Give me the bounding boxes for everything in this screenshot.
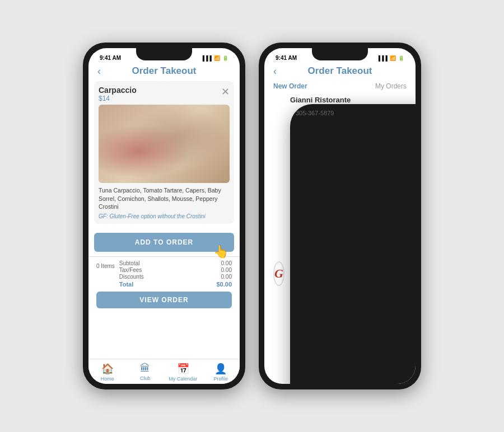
left-header-title: Order Takeout	[132, 65, 197, 77]
left-total-label: Total	[119, 281, 133, 288]
restaurant-name: Gianni Ristorante	[290, 96, 416, 104]
left-header: ‹ Order Takeout	[88, 63, 240, 81]
left-phone: 9:41 AM ▐▐▐ 📶 🔋 ‹ Order Takeout Carpacci…	[83, 43, 245, 389]
restaurant-phone: 305-367-5879	[290, 104, 416, 384]
left-discounts-value: 0.00	[221, 274, 232, 280]
left-tax-value: 0.00	[221, 267, 232, 273]
left-subtotal-value: 0.00	[221, 260, 232, 266]
left-nav-home-label: Home	[101, 376, 114, 382]
restaurant-header: G Gianni Ristorante 305-367-5879	[264, 93, 416, 384]
left-total-value: $0.00	[216, 281, 232, 288]
right-status-icons: ▐▐▐ 📶 🔋	[377, 55, 404, 61]
right-wifi-icon: 📶	[390, 55, 396, 61]
right-status-bar: 9:41 AM ▐▐▐ 📶 🔋	[264, 48, 416, 63]
phones-container: 9:41 AM ▐▐▐ 📶 🔋 ‹ Order Takeout Carpacci…	[83, 43, 421, 389]
left-items-count-wrap: 0 Items	[96, 260, 115, 288]
close-button[interactable]: ✕	[221, 86, 230, 98]
right-header: ‹ Order Takeout	[264, 63, 416, 81]
profile-icon: 👤	[214, 363, 227, 375]
item-detail-container: Carpaccio $14 ✕ Tuna Carpaccio, Tomato T…	[88, 81, 240, 359]
home-icon: 🏠	[101, 363, 114, 375]
right-signal-icon: ▐▐▐	[377, 55, 388, 61]
left-order-footer: 0 Items Subtotal 0.00 Tax/Fees 0.00	[88, 256, 240, 312]
left-discounts-row: Discounts 0.00	[119, 274, 232, 280]
right-time: 9:41 AM	[276, 55, 297, 61]
tab-my-orders[interactable]: My Orders	[375, 82, 407, 90]
item-name: Carpaccio	[99, 86, 230, 95]
left-total-row: Total $0.00	[119, 281, 232, 288]
left-time: 9:41 AM	[100, 55, 121, 61]
signal-icon: ▐▐▐	[201, 55, 212, 61]
item-price: $14	[99, 95, 230, 102]
battery-icon: 🔋	[222, 55, 228, 61]
left-nav-club-label: Club	[140, 375, 151, 381]
tab-new-order[interactable]: New Order	[273, 82, 307, 90]
left-nav-home[interactable]: 🏠 Home	[88, 363, 127, 382]
right-screen: 9:41 AM ▐▐▐ 📶 🔋 ‹ Order Takeout New Orde…	[264, 48, 416, 384]
left-nav-calendar[interactable]: 📅 My Calendar	[164, 363, 202, 382]
left-bottom-nav: 🏠 Home 🏛 Club 📅 My Calendar 👤 Profile	[88, 359, 240, 384]
right-back-button[interactable]: ‹	[273, 65, 277, 77]
cursor-icon: 👆	[213, 245, 228, 259]
left-tax-label: Tax/Fees	[119, 267, 142, 273]
left-screen: 9:41 AM ▐▐▐ 📶 🔋 ‹ Order Takeout Carpacci…	[88, 48, 240, 384]
left-items-count: 0 Items	[96, 262, 115, 269]
left-tax-row: Tax/Fees 0.00	[119, 267, 232, 273]
right-header-title: Order Takeout	[308, 65, 372, 77]
right-battery-icon: 🔋	[398, 55, 404, 61]
add-btn-container: ADD TO ORDER 👆	[88, 224, 240, 256]
item-description: Tuna Carpaccio, Tomato Tartare, Capers, …	[99, 183, 230, 212]
restaurant-logo: G	[273, 261, 284, 286]
club-icon: 🏛	[140, 363, 150, 374]
right-phone: 9:41 AM ▐▐▐ 📶 🔋 ‹ Order Takeout New Orde…	[259, 43, 421, 389]
left-nav-profile-label: Profile	[213, 376, 228, 382]
left-back-button[interactable]: ‹	[97, 65, 101, 77]
calendar-icon: 📅	[177, 363, 189, 375]
left-nav-calendar-label: My Calendar	[169, 376, 197, 382]
left-status-bar: 9:41 AM ▐▐▐ 📶 🔋	[88, 48, 240, 63]
wifi-icon: 📶	[214, 55, 220, 61]
left-discounts-label: Discounts	[119, 274, 144, 280]
item-image-inner	[99, 105, 230, 183]
left-view-order-button[interactable]: VIEW ORDER	[96, 292, 232, 308]
item-image	[99, 105, 230, 183]
left-status-icons: ▐▐▐ 📶 🔋	[201, 55, 228, 61]
item-gf-note: GF: Gluten-Free option without the Crost…	[99, 212, 230, 219]
left-subtotal-label: Subtotal	[119, 260, 140, 266]
left-nav-profile[interactable]: 👤 Profile	[202, 363, 240, 382]
order-tabs: New Order My Orders	[264, 81, 416, 93]
left-footer-summary: 0 Items Subtotal 0.00 Tax/Fees 0.00	[96, 260, 232, 288]
left-nav-club[interactable]: 🏛 Club	[127, 363, 165, 382]
item-card: Carpaccio $14 ✕ Tuna Carpaccio, Tomato T…	[94, 81, 234, 224]
restaurant-info: Gianni Ristorante 305-367-5879	[290, 96, 416, 384]
left-subtotal-row: Subtotal 0.00	[119, 260, 232, 266]
left-summary-right: Subtotal 0.00 Tax/Fees 0.00 Discounts 0.…	[119, 260, 232, 288]
